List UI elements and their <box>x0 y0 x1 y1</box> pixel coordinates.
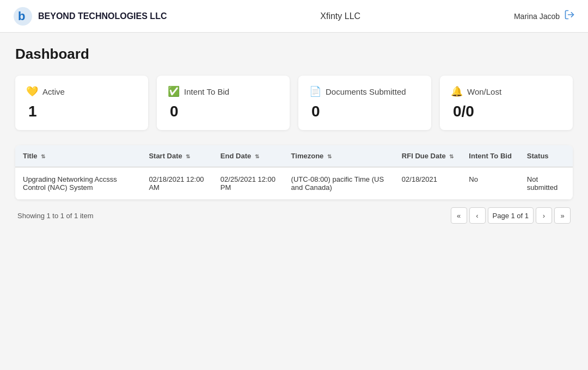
main-content: Dashboard 💛 Active 1 ✅ Intent To Bid 0 📄… <box>0 33 588 239</box>
col-title[interactable]: Title ⇅ <box>15 145 141 167</box>
stat-card-active-header: 💛 Active <box>26 85 137 97</box>
active-icon: 💛 <box>26 85 38 97</box>
intent-to-bid-value: 0 <box>168 103 279 120</box>
col-end-date-sort-icon: ⇅ <box>255 153 259 159</box>
table-row: Upgrading Networking Accsss Control (NAC… <box>15 167 573 200</box>
col-timezone[interactable]: Timezone ⇅ <box>284 145 394 167</box>
header-logo-section: b BEYOND TECHNOLOGIES LLC <box>13 7 167 26</box>
col-rfi-due-date-label: RFI Due Date <box>402 152 446 160</box>
table-body: Upgrading Networking Accsss Control (NAC… <box>15 167 573 200</box>
won-lost-icon: 🔔 <box>451 85 463 97</box>
client-name: Xfinty LLC <box>320 11 360 21</box>
col-timezone-sort-icon: ⇅ <box>327 153 332 159</box>
cell-end-date: 02/25/2021 12:00 PM <box>213 167 284 200</box>
data-table-container: Title ⇅ Start Date ⇅ End Date ⇅ Timezone… <box>15 145 573 200</box>
col-end-date[interactable]: End Date ⇅ <box>213 145 284 167</box>
col-start-date-sort-icon: ⇅ <box>186 153 190 159</box>
col-start-date-label: Start Date <box>149 152 182 160</box>
cell-status: Not submitted <box>519 167 573 200</box>
cell-intent-to-bid: No <box>461 167 519 200</box>
svg-text:b: b <box>18 9 25 23</box>
col-status: Status <box>519 145 573 167</box>
intent-to-bid-label: Intent To Bid <box>184 87 229 96</box>
cell-start-date: 02/18/2021 12:00 AM <box>141 167 212 200</box>
won-lost-value: 0/0 <box>451 103 562 120</box>
intent-to-bid-icon: ✅ <box>168 85 180 97</box>
last-page-button[interactable]: » <box>554 207 571 224</box>
stat-card-active: 💛 Active 1 <box>15 76 148 130</box>
user-name-label: Marina Jacob <box>514 12 560 21</box>
user-menu[interactable]: Marina Jacob <box>514 9 575 23</box>
app-header: b BEYOND TECHNOLOGIES LLC Xfinty LLC Mar… <box>0 0 588 33</box>
table-header: Title ⇅ Start Date ⇅ End Date ⇅ Timezone… <box>15 145 573 167</box>
col-intent-to-bid: Intent To Bid <box>461 145 519 167</box>
col-end-date-label: End Date <box>220 152 251 160</box>
pagination-row: Showing 1 to 1 of 1 item « ‹ Page 1 of 1… <box>15 200 573 226</box>
stat-card-docs-header: 📄 Documents Submitted <box>309 85 420 97</box>
data-table: Title ⇅ Start Date ⇅ End Date ⇅ Timezone… <box>15 145 573 200</box>
first-page-button[interactable]: « <box>451 207 467 224</box>
cell-title: Upgrading Networking Accsss Control (NAC… <box>15 167 141 200</box>
documents-submitted-icon: 📄 <box>309 85 321 97</box>
company-name: BEYOND TECHNOLOGIES LLC <box>38 11 167 21</box>
col-title-sort-icon: ⇅ <box>41 153 45 159</box>
stat-card-intent-to-bid: ✅ Intent To Bid 0 <box>157 76 290 130</box>
stats-row: 💛 Active 1 ✅ Intent To Bid 0 📄 Documents… <box>15 76 573 130</box>
cell-rfi-due-date: 02/18/2021 <box>394 167 462 200</box>
col-start-date[interactable]: Start Date ⇅ <box>141 145 212 167</box>
stat-card-won-lost-header: 🔔 Won/Lost <box>451 85 562 97</box>
col-status-label: Status <box>527 152 549 160</box>
won-lost-label: Won/Lost <box>467 87 501 96</box>
col-rfi-due-date[interactable]: RFI Due Date ⇅ <box>394 145 462 167</box>
stat-card-won-lost: 🔔 Won/Lost 0/0 <box>440 76 573 130</box>
cell-timezone: (UTC-08:00) pacific Time (US and Canada) <box>284 167 394 200</box>
next-page-button[interactable]: › <box>536 207 552 224</box>
prev-page-button[interactable]: ‹ <box>469 207 486 224</box>
col-title-label: Title <box>23 152 38 160</box>
documents-submitted-label: Documents Submitted <box>326 87 406 96</box>
app-logo-icon: b <box>13 7 33 26</box>
page-info: Page 1 of 1 <box>488 207 534 224</box>
active-label: Active <box>42 87 65 96</box>
active-value: 1 <box>26 103 137 120</box>
page-title: Dashboard <box>15 46 573 63</box>
col-rfi-due-date-sort-icon: ⇅ <box>449 153 454 159</box>
pagination-controls: « ‹ Page 1 of 1 › » <box>451 207 571 224</box>
table-header-row: Title ⇅ Start Date ⇅ End Date ⇅ Timezone… <box>15 145 573 167</box>
documents-submitted-value: 0 <box>309 103 420 120</box>
showing-text: Showing 1 to 1 of 1 item <box>17 212 93 220</box>
stat-card-documents-submitted: 📄 Documents Submitted 0 <box>298 76 431 130</box>
stat-card-intent-header: ✅ Intent To Bid <box>168 85 279 97</box>
col-intent-to-bid-label: Intent To Bid <box>469 152 511 160</box>
col-timezone-label: Timezone <box>291 152 324 160</box>
logout-icon[interactable] <box>564 9 575 23</box>
